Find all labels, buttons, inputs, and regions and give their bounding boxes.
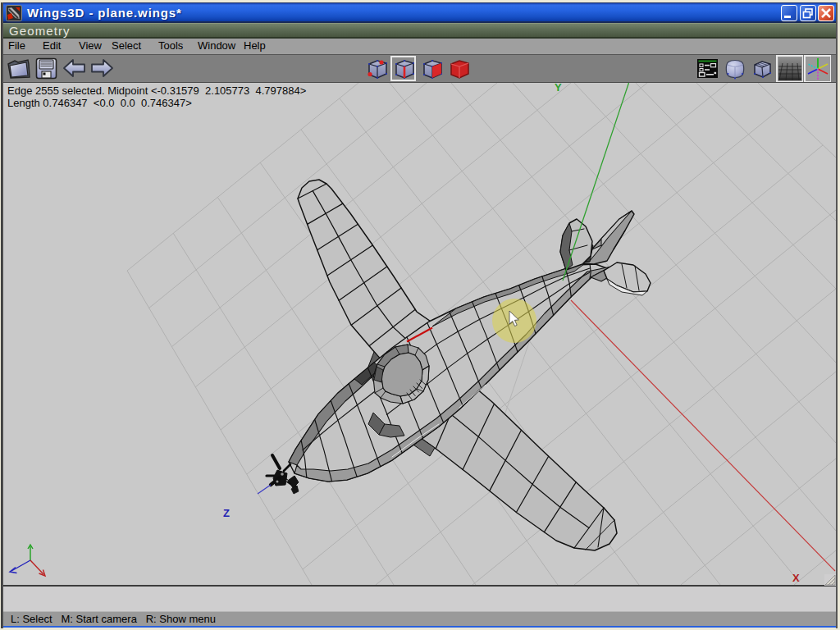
svg-text:Y: Y [555,83,562,94]
svg-text:X: X [792,572,800,584]
svg-text:Z: Z [223,507,230,519]
